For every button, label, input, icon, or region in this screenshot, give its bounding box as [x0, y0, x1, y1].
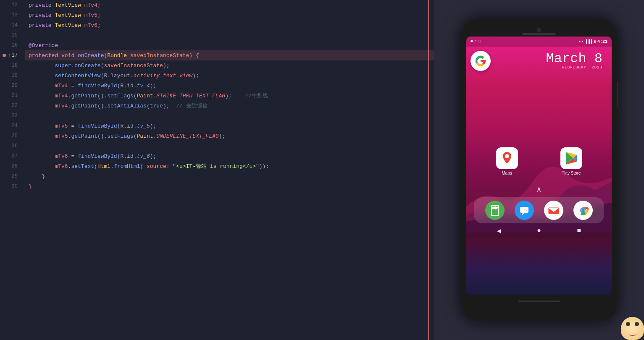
power-button [617, 82, 618, 107]
code-line-20: mTv4 = findViewById(R.id.tv_4); [25, 81, 434, 91]
line-num-28: 28 [0, 161, 21, 171]
phone-home-bar [518, 301, 560, 302]
code-line-22: mTv4.getPaint().setAntiAlias(true); // 去… [25, 101, 434, 111]
clock: 4:21 [597, 39, 607, 44]
google-icon[interactable] [471, 51, 491, 71]
line-num-17: ↑ 17 [0, 50, 21, 60]
code-line-15 [25, 30, 434, 40]
line-num-16: 16 [0, 40, 21, 50]
dock-messages[interactable] [515, 201, 534, 220]
recent-button[interactable]: ■ [577, 227, 581, 235]
signal-icon: ▐▐▐ [585, 39, 592, 44]
status-icon-2: ○ [474, 39, 476, 44]
android-preview-panel: ■ ○ □ ▾▾ ▐▐▐ ▮ 4:21 [434, 0, 644, 340]
phone-bottom [466, 295, 612, 308]
status-bar: ■ ○ □ ▾▾ ▐▐▐ ▮ 4:21 [466, 37, 612, 47]
code-line-18: super.onCreate(savedInstanceState); [25, 60, 434, 71]
code-line-30: } [25, 181, 434, 191]
line-num-30: 30 [0, 181, 21, 191]
code-line-12: private TextView mTv4; [25, 0, 434, 10]
status-right: ▾▾ ▐▐▐ ▮ 4:21 [578, 39, 607, 44]
code-line-14: private TextView mTv6; [25, 20, 434, 30]
line-num-12: 12 [0, 0, 21, 10]
phone-camera [537, 28, 541, 32]
line-num-22: 22 [0, 101, 21, 111]
top-bar: March 8 WEDNESDAY, 2023 [466, 47, 612, 72]
line-num-25: 25 [0, 131, 21, 141]
code-line-16: @Override [25, 40, 434, 50]
line-num-18: 18 [0, 60, 21, 71]
battery-icon: ▮ [594, 39, 596, 44]
line-num-21: 21 [0, 91, 21, 101]
date-day: March 8 [496, 52, 602, 65]
code-line-28: mTv6.setText(Html.fromHtml( source: "<u>… [25, 161, 434, 171]
code-line-19: setContentView(R.layout.activity_text_vi… [25, 71, 434, 81]
status-icon-3: □ [478, 39, 481, 44]
line-num-19: 19 [0, 71, 21, 81]
dock-container [466, 197, 612, 223]
date-weekday: WEDNESDAY, 2023 [496, 65, 602, 70]
wifi-icon: ▾▾ [578, 39, 584, 44]
vertical-line [428, 0, 429, 340]
home-button[interactable]: ● [537, 227, 541, 235]
line-num-26: 26 [0, 141, 21, 151]
dock-gmail[interactable] [544, 201, 563, 220]
status-icon-1: ■ [471, 39, 473, 44]
svg-rect-3 [520, 207, 528, 213]
code-line-13: private TextView mTv5; [25, 10, 434, 20]
line-num-13: 13 [0, 10, 21, 20]
dock-chrome[interactable] [573, 201, 593, 220]
debug-arrow-icon: ↑ [8, 50, 11, 60]
line-num-15: 15 [0, 30, 21, 40]
line-num-14: 14 [0, 20, 21, 30]
code-line-25: mTv5.getPaint().setFlags(Paint.UNDERLINE… [25, 131, 434, 141]
breakpoint-icon [3, 54, 6, 57]
svg-point-9 [582, 209, 585, 212]
line-numbers: 12 13 14 15 16 ↑ 17 18 19 20 21 22 23 24… [0, 0, 25, 340]
line-num-23: 23 [0, 111, 21, 121]
code-editor: 12 13 14 15 16 ↑ 17 18 19 20 21 22 23 24… [0, 0, 434, 340]
code-line-17: protected void onCreate(Bundle savedInst… [25, 50, 434, 60]
phone-mockup: ■ ○ □ ▾▾ ▐▐▐ ▮ 4:21 [461, 19, 617, 321]
code-line-24: mTv5 = findViewById(R.id.tv_5); [25, 121, 434, 131]
code-line-21: mTv4.getPaint().setFlags(Paint.STRIKE_TH… [25, 91, 434, 101]
status-left-icons: ■ ○ □ [471, 39, 481, 44]
phone-dock [474, 197, 604, 223]
phone-top-bar [466, 24, 612, 37]
code-line-26 [25, 141, 434, 151]
date-widget: March 8 WEDNESDAY, 2023 [491, 50, 607, 72]
code-content: private TextView mTv4; private TextView … [25, 0, 434, 340]
code-line-29: } [25, 171, 434, 181]
line-num-24: 24 [0, 121, 21, 131]
line-num-29: 29 [0, 171, 21, 181]
code-line-27: mTv6 = findViewById(R.id.tv_6); [25, 151, 434, 161]
line-num-27: 27 [0, 151, 21, 161]
phone-screen: ■ ○ □ ▾▾ ▐▐▐ ▮ 4:21 [466, 37, 612, 295]
dock-phone[interactable] [485, 201, 505, 220]
mascot-character [619, 315, 644, 340]
drawer-chevron-icon: ∧ [537, 185, 541, 194]
back-button[interactable]: ◀ [497, 227, 501, 235]
phone-speaker [522, 33, 556, 35]
code-line-23 [25, 111, 434, 121]
line-num-20: 20 [0, 81, 21, 91]
